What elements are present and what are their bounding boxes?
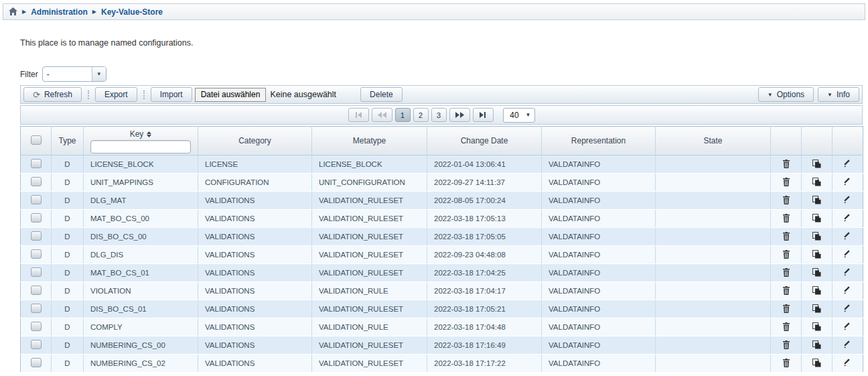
copy-row-icon[interactable]: [812, 232, 821, 241]
column-header-key[interactable]: Key: [130, 129, 152, 139]
cell-state: [656, 192, 771, 210]
cell-category: VALIDATIONS: [198, 355, 312, 373]
edit-row-icon[interactable]: [844, 340, 852, 349]
table-row[interactable]: D VIOLATION VALIDATIONS VALIDATION_RULE …: [21, 282, 863, 300]
edit-row-icon[interactable]: [844, 232, 852, 240]
row-checkbox[interactable]: [31, 322, 42, 331]
delete-row-icon[interactable]: [782, 340, 790, 349]
delete-row-icon[interactable]: [782, 160, 790, 168]
cell-change-date: 2022-03-18 17:05:05: [427, 228, 542, 246]
info-menu-label: Info: [837, 90, 850, 99]
copy-row-icon[interactable]: [812, 340, 821, 349]
cell-metatype: VALIDATION_RULESET: [312, 300, 427, 318]
delete-row-icon[interactable]: [782, 196, 790, 204]
row-checkbox[interactable]: [31, 267, 42, 277]
edit-row-icon[interactable]: [844, 178, 852, 186]
edit-row-icon[interactable]: [844, 196, 852, 204]
paginator-next-button[interactable]: [449, 108, 470, 122]
copy-row-icon[interactable]: [812, 178, 821, 186]
copy-row-icon[interactable]: [812, 359, 821, 367]
filter-dropdown[interactable]: - ▼: [42, 66, 106, 82]
column-header-state: State: [656, 127, 771, 155]
edit-row-icon[interactable]: [844, 214, 852, 222]
cell-representation: VALDATAINFO: [542, 210, 656, 228]
edit-row-icon[interactable]: [844, 286, 852, 294]
table-row[interactable]: D MAT_BO_CS_00 VALIDATIONS VALIDATION_RU…: [21, 210, 863, 228]
chevron-down-icon[interactable]: ▼: [92, 67, 106, 81]
edit-row-icon[interactable]: [844, 359, 852, 367]
delete-row-icon[interactable]: [782, 178, 790, 186]
delete-row-icon[interactable]: [782, 250, 790, 259]
paginator-prev-button[interactable]: [372, 108, 392, 122]
refresh-button[interactable]: ⟳ Refresh: [23, 87, 82, 102]
copy-row-icon[interactable]: [812, 214, 821, 223]
paginator-first-button[interactable]: [348, 108, 369, 122]
cell-category: VALIDATIONS: [198, 264, 312, 282]
row-checkbox[interactable]: [31, 195, 42, 204]
delete-row-icon[interactable]: [782, 304, 790, 313]
info-menu-button[interactable]: ▼ Info: [818, 87, 859, 102]
table-row[interactable]: D MAT_BO_CS_01 VALIDATIONS VALIDATION_RU…: [21, 264, 863, 282]
paginator-page-1[interactable]: 1: [395, 108, 411, 122]
file-choose-button[interactable]: Datei auswählen: [195, 88, 267, 102]
copy-row-icon[interactable]: [812, 322, 821, 331]
paginator-last-button[interactable]: [473, 108, 494, 122]
last-page-icon: [480, 112, 487, 118]
cell-category: VALIDATIONS: [198, 192, 312, 210]
copy-row-icon[interactable]: [812, 250, 821, 259]
breadcrumb-item-key-value-store[interactable]: Key-Value-Store: [101, 7, 163, 17]
table-row[interactable]: D NUMBERING_CS_02 VALIDATIONS VALIDATION…: [21, 355, 863, 373]
copy-row-icon[interactable]: [812, 304, 821, 313]
page-size-select[interactable]: 40 ▼: [503, 108, 535, 123]
copy-row-icon[interactable]: [812, 196, 821, 204]
table-row[interactable]: D LICENSE_BLOCK LICENSE LICENSE_BLOCK 20…: [21, 155, 863, 174]
edit-row-icon[interactable]: [844, 160, 852, 168]
table-row[interactable]: D DIS_BO_CS_01 VALIDATIONS VALIDATION_RU…: [21, 300, 863, 318]
edit-row-icon[interactable]: [844, 322, 852, 330]
copy-row-icon[interactable]: [812, 160, 821, 168]
row-checkbox[interactable]: [31, 304, 42, 313]
cell-key: NUMBERING_CS_02: [84, 355, 198, 373]
table-row[interactable]: D NUMBERING_CS_00 VALIDATIONS VALIDATION…: [21, 336, 863, 355]
delete-row-icon[interactable]: [782, 322, 790, 331]
breadcrumb-item-administration[interactable]: Administration: [31, 7, 88, 17]
table-row[interactable]: D DIS_BO_CS_00 VALIDATIONS VALIDATION_RU…: [21, 228, 863, 246]
cell-representation: VALDATAINFO: [542, 174, 656, 192]
export-button[interactable]: Export: [95, 87, 137, 102]
home-icon[interactable]: [9, 7, 17, 15]
select-all-checkbox[interactable]: [31, 135, 42, 145]
edit-row-icon[interactable]: [844, 250, 852, 258]
key-value-table: Type Key Category Metatype Change Date R…: [20, 126, 863, 373]
delete-row-icon[interactable]: [782, 359, 790, 367]
table-row[interactable]: D DLG_MAT VALIDATIONS VALIDATION_RULESET…: [21, 192, 863, 210]
delete-row-icon[interactable]: [782, 232, 790, 241]
edit-row-icon[interactable]: [844, 304, 852, 312]
paginator-page-3[interactable]: 3: [431, 108, 447, 122]
delete-button[interactable]: Delete: [360, 87, 403, 102]
key-filter-input[interactable]: [90, 140, 191, 153]
table-row[interactable]: D UNIT_MAPPINGS CONFIGURATION UNIT_CONFI…: [21, 174, 863, 192]
row-checkbox[interactable]: [31, 159, 42, 168]
paginator-page-2[interactable]: 2: [413, 108, 429, 122]
table-row[interactable]: D DLG_DIS VALIDATIONS VALIDATION_RULESET…: [21, 246, 863, 264]
cell-type: D: [52, 318, 84, 336]
row-checkbox[interactable]: [31, 340, 42, 349]
row-checkbox[interactable]: [31, 286, 42, 295]
table-row[interactable]: D COMPLY VALIDATIONS VALIDATION_RULE 202…: [21, 318, 863, 336]
options-menu-button[interactable]: ▼ Options: [758, 87, 814, 102]
row-checkbox[interactable]: [31, 358, 42, 367]
row-checkbox[interactable]: [31, 213, 42, 223]
delete-row-icon[interactable]: [782, 286, 790, 295]
delete-button-label: Delete: [370, 90, 393, 99]
copy-row-icon[interactable]: [812, 286, 821, 295]
delete-row-icon[interactable]: [782, 268, 790, 277]
row-checkbox[interactable]: [31, 231, 42, 241]
edit-row-icon[interactable]: [844, 268, 852, 276]
chevron-down-icon: ▼: [827, 92, 833, 98]
delete-row-icon[interactable]: [782, 214, 790, 223]
import-button[interactable]: Import: [151, 87, 192, 102]
cell-type: D: [52, 210, 84, 228]
copy-row-icon[interactable]: [812, 268, 821, 277]
row-checkbox[interactable]: [31, 177, 42, 186]
row-checkbox[interactable]: [31, 249, 42, 259]
